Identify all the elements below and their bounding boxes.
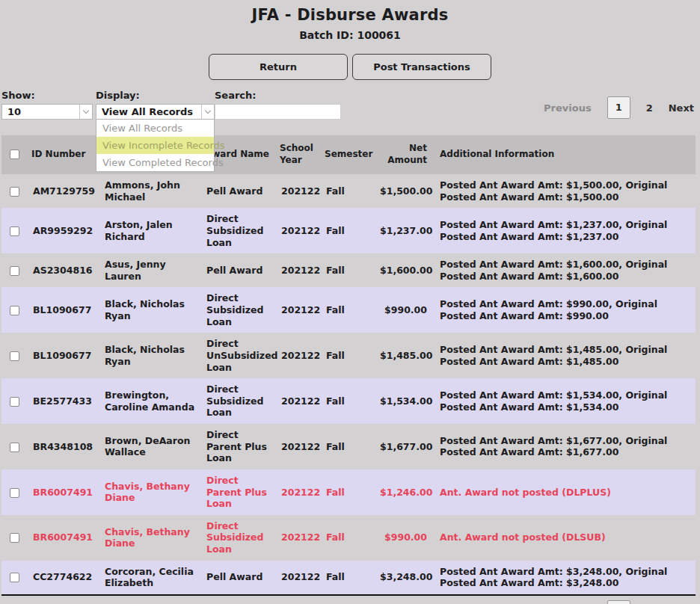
table-row: BE2577433 Brewington, Caroline Amanda Di… [1,378,696,424]
cell-net-amount: $3,248.00 [374,561,437,595]
cell-net-amount: $1,500.00 [374,174,437,208]
cell-name: Brown, DeAaron Wallace [99,424,200,469]
cell-name: Brewington, Caroline Amanda [99,378,200,424]
return-button[interactable]: Return [209,54,348,80]
cell-name: Black, Nicholas Ryan [99,287,200,333]
row-checkbox[interactable] [10,266,19,276]
cell-school-year: 202122 [275,469,320,515]
cell-net-amount: $1,246.00 [374,469,437,515]
header-school-year: School Year [275,135,320,174]
cell-id-number: BL1090677 [27,333,99,378]
display-label: Display: [96,90,215,101]
cell-additional-information: Posted Ant Award Amt: $3,248.00, Origina… [437,561,696,595]
cell-school-year: 202122 [275,378,320,424]
cell-semester: Fall [320,424,374,469]
cell-award-name: Direct Parent Plus Loan [200,469,275,515]
row-checkbox[interactable] [10,573,19,582]
cell-semester: Fall [320,253,374,287]
batch-id-label: Batch ID: 100061 [0,29,700,41]
cell-semester: Fall [320,469,374,515]
option-view-incomplete-records[interactable]: View Incomplete Records [96,137,214,154]
cell-id-number: BL1090677 [27,287,99,333]
cell-semester: Fall [320,515,374,561]
show-control: Show: 10 [1,90,93,120]
cell-award-name: Direct Subsidized Loan [200,287,275,333]
display-select[interactable]: View All Records [96,104,215,120]
cell-semester: Fall [320,174,374,208]
cell-name: Ammons, John Michael [99,174,200,208]
cell-award-name: Direct Subsidized Loan [200,208,275,253]
show-select[interactable]: 10 [1,104,93,120]
table-body: AM7129759 Ammons, John Michael Pell Awar… [1,174,696,595]
list-controls: Show: 10 Display: View All Records View … [0,90,700,126]
row-checkbox[interactable] [10,443,19,452]
cell-additional-information: Posted Ant Award Amt: $1,485.00, Origina… [437,333,696,378]
row-checkbox[interactable] [10,187,19,197]
cell-award-name: Pell Award [200,174,275,208]
cell-additional-information: Posted Ant Award Amt: $1,500.00, Origina… [437,174,696,208]
cell-additional-information: Ant. Award not posted (DLPLUS) [437,469,696,515]
header-id-number: ID Number [27,135,99,174]
action-buttons: Return Post Transactions [0,54,700,80]
row-checkbox[interactable] [10,351,19,361]
cell-id-number: AS2304816 [27,253,99,287]
table-footer: Viewing 1 To 10 of 11 Records Previous 1… [0,596,700,604]
next-button[interactable]: Next [669,102,694,114]
select-all-checkbox[interactable] [10,150,19,159]
display-dropdown-menu: View All Records View Incomplete Records… [96,119,215,172]
table-row: AS2304816 Asus, Jenny Lauren Pell Award … [1,253,696,287]
cell-id-number: AR9959292 [27,208,99,253]
cell-name: Asus, Jenny Lauren [99,253,200,287]
cell-school-year: 202122 [275,424,320,469]
pagination-bottom: Previous 1 2 Next [544,600,694,604]
option-view-all-records[interactable]: View All Records [96,120,214,137]
cell-additional-information: Posted Ant Award Amt: $990.00, Original … [437,287,696,333]
cell-semester: Fall [320,561,374,595]
row-checkbox[interactable] [10,533,19,543]
table-row: BR6007491 Chavis, Bethany Diane Direct S… [1,515,696,561]
cell-award-name: Direct Parent Plus Loan [200,424,275,469]
cell-name: Chavis, Bethany Diane [99,515,200,561]
page-button-1[interactable]: 1 [607,96,630,119]
display-control: Display: View All Records View All Recor… [96,90,215,120]
cell-id-number: AM7129759 [27,174,99,208]
table-row: BR6007491 Chavis, Bethany Diane Direct P… [1,469,696,515]
page-title: JFA - Disburse Awards [0,6,700,24]
cell-net-amount: $1,534.00 [374,378,437,424]
cell-net-amount: $990.00 [374,287,437,333]
row-checkbox[interactable] [10,488,19,498]
cell-id-number: BR6007491 [27,515,99,561]
row-checkbox[interactable] [10,397,19,407]
row-checkbox[interactable] [10,306,19,315]
table-row: AR9959292 Arston, Jalen Richard Direct S… [1,208,696,253]
cell-school-year: 202122 [275,287,320,333]
row-checkbox[interactable] [10,226,19,236]
search-input[interactable] [215,104,341,120]
cell-school-year: 202122 [275,253,320,287]
previous-button[interactable]: Previous [544,102,592,114]
search-control: Search: [215,90,341,120]
awards-table: ID Number Name Award Name School Year Se… [1,135,696,596]
cell-school-year: 202122 [275,515,320,561]
show-label: Show: [1,90,93,101]
page-button-1[interactable]: 1 [607,600,630,604]
cell-school-year: 202122 [275,208,320,253]
cell-school-year: 202122 [275,561,320,595]
page-button-2[interactable]: 2 [646,102,653,114]
cell-net-amount: $990.00 [374,515,437,561]
cell-additional-information: Posted Ant Award Amt: $1,600.00, Origina… [437,253,696,287]
cell-id-number: CC2774622 [27,561,99,595]
header-net-amount: Net Amount [374,135,437,174]
cell-net-amount: $1,600.00 [374,253,437,287]
cell-net-amount: $1,237.00 [374,208,437,253]
table-row: AM7129759 Ammons, John Michael Pell Awar… [1,174,696,208]
table-row: CC2774622 Corcoran, Cecilia Elizabeth Pe… [1,561,696,595]
cell-school-year: 202122 [275,333,320,378]
search-label: Search: [215,90,341,101]
post-transactions-button[interactable]: Post Transactions [352,54,491,80]
cell-award-name: Direct UnSubsidized Loan [200,333,275,378]
cell-name: Black, Nicholas Ryan [99,333,200,378]
option-view-completed-records[interactable]: View Completed Records [96,154,214,171]
chevron-down-icon [79,105,92,119]
pagination-top: Previous 1 2 Next [544,96,694,119]
